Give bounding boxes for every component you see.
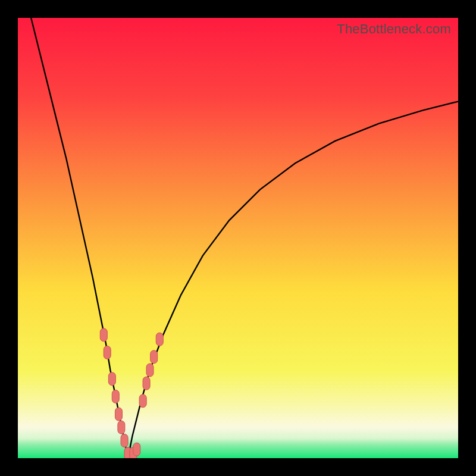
bottleneck-curve	[18, 18, 458, 458]
curve-right-branch	[128, 102, 458, 458]
plot-area: TheBottleneck.com	[18, 18, 458, 458]
data-marker	[121, 434, 128, 447]
data-marker	[115, 408, 122, 421]
data-marker	[118, 421, 125, 434]
data-marker	[133, 443, 140, 456]
chart-frame: TheBottleneck.com	[0, 0, 476, 476]
data-marker	[104, 346, 111, 359]
data-marker	[108, 372, 115, 386]
data-marker	[156, 333, 163, 346]
watermark-text: TheBottleneck.com	[337, 21, 451, 37]
data-marker	[139, 394, 146, 408]
data-marker	[146, 364, 154, 377]
data-marker	[143, 377, 150, 390]
data-marker	[151, 350, 158, 364]
data-marker	[112, 390, 119, 403]
data-marker	[100, 328, 107, 342]
